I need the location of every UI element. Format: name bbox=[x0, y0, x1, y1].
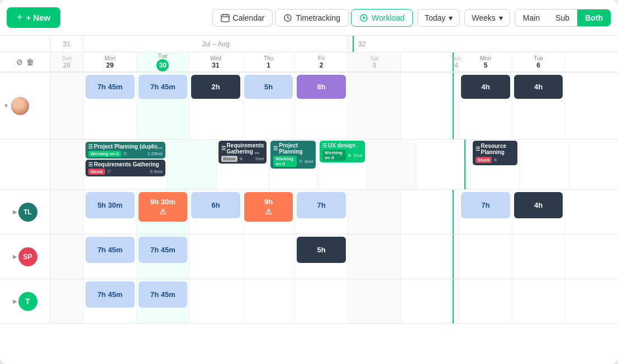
r4-tue30-hours[interactable]: 7h 45m bbox=[139, 281, 188, 308]
r2-sun4 bbox=[454, 190, 459, 234]
chevron-down-icon: ▾ bbox=[449, 13, 453, 22]
week-31-label: Jul – Aug bbox=[84, 36, 348, 52]
r1-thu1-hours[interactable]: 5h bbox=[244, 75, 293, 99]
r2-sat3 bbox=[348, 190, 401, 234]
day-wed31: Wed 31 bbox=[189, 52, 243, 71]
r3-tue30-hours[interactable]: 7h 45m bbox=[139, 237, 188, 263]
r1-fri2[interactable]: 8h bbox=[295, 73, 348, 139]
user-row-2: ▶ TL 5h 30m 9h 30m ⚠ bbox=[0, 190, 618, 234]
r2-tue30-hours[interactable]: 9h 30m ⚠ bbox=[139, 192, 188, 222]
avatar-1 bbox=[11, 97, 29, 115]
tr1-mon29: ☰ Project Planning (duplic... Working on… bbox=[84, 140, 168, 189]
r4-sat3 bbox=[348, 279, 401, 323]
tab-main[interactable]: Main bbox=[515, 9, 548, 26]
r2-tue6[interactable]: 4h bbox=[512, 190, 565, 234]
r1-mon5-hours[interactable]: 4h bbox=[461, 75, 510, 99]
filter-icon[interactable]: ⊘ bbox=[16, 58, 23, 66]
task-ux-design[interactable]: ☰ UX design Working on it ⊕ 5h/d bbox=[320, 141, 365, 162]
r2-mon29-hours[interactable]: 5h 30m bbox=[85, 192, 135, 218]
r2-thu1-hours[interactable]: 9h ⚠ bbox=[244, 192, 293, 222]
task-requirements-blank[interactable]: ☰ Requirements Gathering ... Blank ⊕ 2h/… bbox=[218, 141, 267, 164]
user-cell-3: ▶ SP bbox=[0, 234, 50, 279]
user-row-1-tasks: ☰ Project Planning (duplic... Working on… bbox=[0, 140, 618, 190]
r2-fri2[interactable]: 7h bbox=[295, 190, 348, 234]
week-32-num: 32 bbox=[354, 36, 618, 52]
r4-thu1 bbox=[243, 279, 296, 323]
r3-mon29[interactable]: 7h 45m bbox=[84, 234, 137, 279]
r3-tue6 bbox=[512, 234, 565, 279]
tr1-mon5: ☰ Resource Planning Stuck ⊕ bbox=[471, 140, 520, 189]
new-label: + New bbox=[26, 13, 51, 22]
tr1-sun4 bbox=[465, 140, 471, 189]
r3-fri2-hours[interactable]: 5h bbox=[297, 237, 346, 263]
r1-tue30-hours[interactable]: 7h 45m bbox=[139, 75, 188, 99]
expand-btn-4[interactable]: ▶ bbox=[13, 298, 17, 304]
r4-sun4 bbox=[454, 279, 459, 323]
r1-tue6-hours[interactable]: 4h bbox=[514, 75, 563, 99]
r2-thu1[interactable]: 9h ⚠ bbox=[243, 190, 296, 234]
day-sun28: Sun 28 bbox=[50, 52, 84, 71]
task-project-planning-dup[interactable]: ☰ Project Planning (duplic... Working on… bbox=[85, 142, 165, 159]
r1-mon29-hours[interactable]: 7h 45m bbox=[85, 75, 135, 99]
r1-mon29[interactable]: 7h 45m bbox=[84, 73, 137, 139]
timetracking-button[interactable]: Timetracking bbox=[275, 9, 349, 27]
week-divider bbox=[348, 36, 354, 52]
r2-wed31-hours[interactable]: 6h bbox=[191, 192, 240, 218]
r2-tue6-hours[interactable]: 4h bbox=[514, 192, 563, 218]
r4-mon29[interactable]: 7h 45m bbox=[84, 279, 137, 323]
r1-sun28 bbox=[50, 73, 84, 139]
tab-sub[interactable]: Sub bbox=[548, 9, 577, 26]
today-label: Today bbox=[425, 13, 445, 22]
r4-mon29-hours[interactable]: 7h 45m bbox=[85, 281, 135, 308]
r3-mon29-hours[interactable]: 7h 45m bbox=[85, 237, 135, 263]
r2-mon5[interactable]: 7h bbox=[459, 190, 512, 234]
r2-wed31[interactable]: 6h bbox=[189, 190, 243, 234]
r4-divider bbox=[401, 279, 454, 323]
r3-fri2[interactable]: 5h bbox=[295, 234, 348, 279]
weeks-button[interactable]: Weeks ▾ bbox=[464, 9, 510, 27]
day-sun4: Sun 4 bbox=[454, 52, 459, 71]
r1-tue30[interactable]: 7h 45m bbox=[137, 73, 190, 139]
today-button[interactable]: Today ▾ bbox=[417, 9, 460, 27]
r2-fri2-hours[interactable]: 7h bbox=[297, 192, 346, 218]
r2-mon5-hours[interactable]: 7h bbox=[461, 192, 510, 218]
expand-btn-1[interactable]: ▼ bbox=[3, 103, 9, 109]
r2-tue30[interactable]: 9h 30m ⚠ bbox=[137, 190, 190, 234]
user-row-4: ▶ T 7h 45m 7h 45m bbox=[0, 279, 618, 324]
calendar-label: Calendar bbox=[233, 13, 265, 22]
r1-fri2-hours[interactable]: 8h bbox=[297, 75, 346, 99]
task-project-planning[interactable]: ☰ Project Planning Working on it ⏱ 3h/d bbox=[270, 141, 316, 169]
task-requirements-stuck[interactable]: ☰ Requirements Gathering Stuck ⏱ 5.5h/d bbox=[85, 160, 165, 176]
view-tabs: Main Sub Both bbox=[515, 9, 611, 27]
calendar-icon bbox=[221, 13, 230, 22]
r3-wed31 bbox=[189, 234, 243, 279]
r3-divider bbox=[401, 234, 454, 279]
r3-sat3 bbox=[348, 234, 401, 279]
r1-thu1[interactable]: 5h bbox=[243, 73, 296, 139]
timetracking-label: Timetracking bbox=[296, 13, 340, 22]
chevron-down-icon2: ▾ bbox=[499, 13, 503, 22]
r2-divider bbox=[401, 190, 454, 234]
r3-tue30[interactable]: 7h 45m bbox=[137, 234, 190, 279]
task-resource-planning[interactable]: ☰ Resource Planning Stuck ⊕ bbox=[473, 141, 518, 165]
workload-button[interactable]: Workload bbox=[351, 9, 413, 27]
trash-icon[interactable]: 🗑 bbox=[26, 58, 34, 66]
expand-btn-2[interactable]: ▶ bbox=[13, 209, 17, 215]
day-thu1: Thu 1 bbox=[243, 52, 296, 71]
calendar-button[interactable]: Calendar bbox=[212, 9, 273, 27]
r2-mon29[interactable]: 5h 30m bbox=[84, 190, 137, 234]
r1-mon5[interactable]: 4h bbox=[459, 73, 512, 139]
r1-wed31[interactable]: 2h bbox=[189, 73, 243, 139]
r4-tue30[interactable]: 7h 45m bbox=[137, 279, 190, 323]
weeks-label: Weeks bbox=[472, 13, 496, 22]
day-fri2: Fri 2 bbox=[295, 52, 348, 71]
r1-tue6[interactable]: 4h bbox=[512, 73, 565, 139]
expand-btn-3[interactable]: ▶ bbox=[13, 253, 17, 260]
svg-point-6 bbox=[363, 17, 364, 18]
corner-cell: ⊘ 🗑 bbox=[0, 52, 50, 71]
r4-sun28 bbox=[50, 279, 84, 323]
tab-both[interactable]: Both bbox=[577, 9, 611, 26]
new-button[interactable]: + + New bbox=[7, 7, 60, 28]
r1-wed31-hours[interactable]: 2h bbox=[191, 75, 240, 99]
day-tue6: Tue 6 bbox=[512, 52, 565, 71]
